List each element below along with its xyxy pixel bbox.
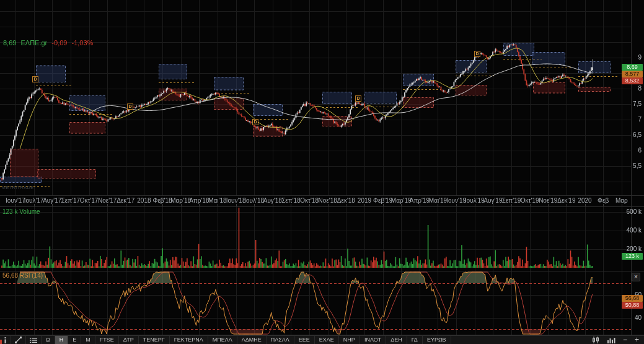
timeframe-month[interactable]: Μ [81,336,95,344]
zoom-in-button[interactable]: + [635,337,639,343]
tab-eurob[interactable]: ΕΥΡΩΒ [423,336,451,344]
tab-bela[interactable]: ΜΠΕΛΑ [208,336,237,344]
tab-tenerg[interactable]: ΤΕΝΕΡΓ [139,336,170,344]
rsi-close-button[interactable]: × [632,273,640,281]
omega-button[interactable]: Ω [42,336,55,344]
tab-exae[interactable]: ΕΧΑΕ [315,336,339,344]
draw-line-icon[interactable] [11,336,26,344]
zoom-out-button[interactable]: − [623,337,627,343]
chart-canvas[interactable] [0,0,644,335]
bottom-toolbar: ΩΗΕΜFTSEΔΤΡΤΕΝΕΡΓΓΕΚΤΕΡΝΑΜΠΕΛΑΑΔΜΗΕΠΑΣΑΛ… [0,335,644,344]
tab-gd[interactable]: ΓΔ [407,336,423,344]
candlestick-chart-icon[interactable] [592,337,600,343]
tab-ftse[interactable]: FTSE [95,336,119,344]
tab-pasal[interactable]: ΠΑΣΑΛ [267,336,294,344]
tab-eee[interactable]: ΕΕΕ [294,336,315,344]
tab-inlot[interactable]: ΙΝΛΟΤ [360,336,386,344]
tab-deh[interactable]: ΔΕΗ [386,336,407,344]
tab-admie[interactable]: ΑΔΜΗΕ [237,336,267,344]
tab-dtr[interactable]: ΔΤΡ [119,336,139,344]
alert-indicator [0,340,2,344]
toolbar-right-group: −+ [587,336,644,344]
chart-application: 8,69 ΕΛΠΕ.gr -0,09 -1,03% METRITRADE 123… [0,0,644,344]
tab-nir[interactable]: ΝΗΡ [339,336,360,344]
indicator-list-icon[interactable] [26,336,42,344]
bar-chart-icon[interactable] [607,337,615,343]
timeframe-day[interactable]: Η [55,336,69,344]
timeframe-week[interactable]: Ε [68,336,81,344]
tab-gekterna[interactable]: ΓΕΚΤΕΡΝΑ [170,336,208,344]
